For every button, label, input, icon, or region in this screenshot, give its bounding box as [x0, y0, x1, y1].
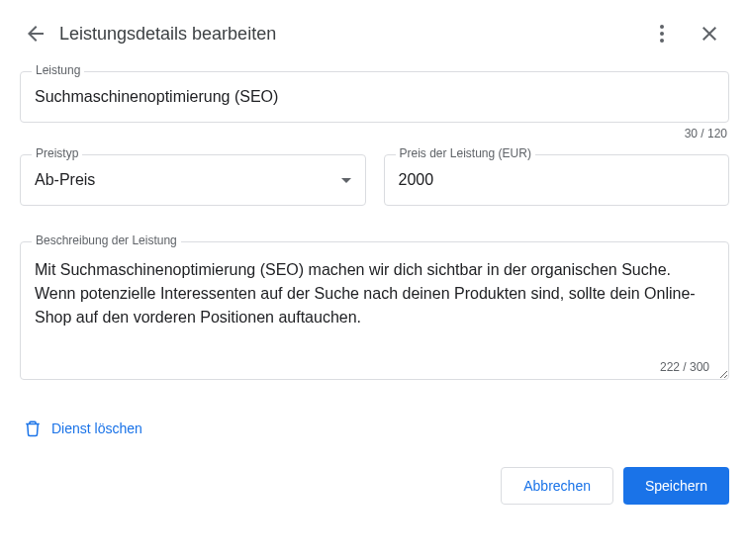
cancel-button[interactable]: Abbrechen [501, 467, 613, 505]
delete-service-label: Dienst löschen [51, 420, 142, 436]
description-counter: 222 / 300 [660, 360, 709, 374]
more-vert-icon [650, 22, 674, 46]
dialog-content: Leistung 30 / 120 Preistyp Ab-Preis Prei… [0, 67, 749, 443]
close-icon [698, 22, 721, 46]
price-type-value: Ab-Preis [35, 171, 95, 189]
svg-point-2 [660, 39, 664, 43]
price-field-container: Preis der Leistung (EUR) [384, 154, 730, 206]
trash-icon [24, 420, 42, 437]
service-name-input[interactable] [20, 71, 729, 123]
arrow-back-icon [24, 22, 47, 46]
price-row: Preistyp Ab-Preis Preis der Leistung (EU… [20, 154, 729, 206]
service-name-label: Leistung [32, 63, 84, 77]
description-textarea[interactable] [20, 241, 729, 380]
svg-point-1 [660, 32, 664, 36]
dialog-footer: Abbrechen Speichern [0, 443, 749, 505]
price-type-label: Preistyp [32, 146, 82, 160]
description-field-container: Beschreibung der Leistung 222 / 300 [20, 241, 729, 384]
more-button[interactable] [642, 14, 682, 53]
service-name-field-container: Leistung 30 / 120 [20, 71, 729, 140]
dialog-title: Leistungsdetails bearbeiten [59, 24, 642, 45]
svg-point-0 [660, 25, 664, 29]
price-label: Preis der Leistung (EUR) [396, 146, 535, 160]
close-button[interactable] [690, 14, 729, 53]
price-type-field-container: Preistyp Ab-Preis [20, 154, 366, 206]
back-button[interactable] [16, 14, 55, 53]
header-actions [642, 14, 729, 53]
description-label: Beschreibung der Leistung [32, 233, 181, 247]
service-name-counter: 30 / 120 [20, 127, 729, 140]
price-type-select[interactable]: Ab-Preis [20, 154, 366, 206]
dropdown-arrow-icon [341, 178, 351, 183]
price-input[interactable] [384, 154, 730, 206]
save-button[interactable]: Speichern [623, 467, 729, 505]
dialog-header: Leistungsdetails bearbeiten [0, 0, 749, 67]
delete-service-button[interactable]: Dienst löschen [20, 414, 146, 443]
